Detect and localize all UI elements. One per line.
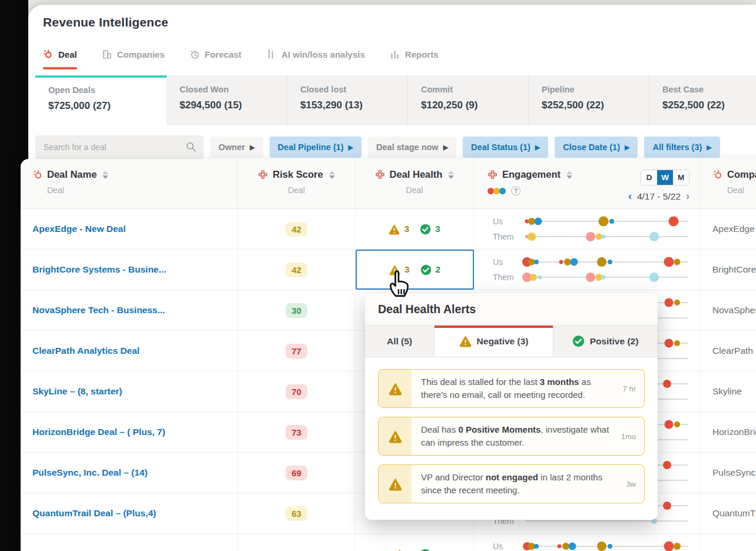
stat-value: $120,250 (9) <box>421 99 528 111</box>
tab-deal[interactable]: Deal <box>43 49 77 59</box>
filter-deal-stage[interactable]: Deal stage now▶ <box>368 137 456 158</box>
alert-card[interactable]: Deal has 0 Positive Moments, investigate… <box>378 417 645 456</box>
period-toggle: D W M <box>641 170 689 185</box>
sort-icon[interactable] <box>448 171 454 179</box>
deal-name-link[interactable]: HorizonBridge Deal – ( Plus, 7) <box>32 427 165 437</box>
risk-score-badge: 73 <box>286 425 307 440</box>
engagement-cell[interactable]: Us Them <box>474 534 701 551</box>
company-name: PulseSync <box>712 467 755 478</box>
search-icon <box>185 141 197 152</box>
column-header-engagement[interactable]: Engagement ? D W M ‹ 4/17 - <box>474 159 701 208</box>
tab-companies[interactable]: Companies <box>102 49 165 59</box>
stat-card-best-case[interactable]: Best Case $252,500 (22) <box>649 75 756 125</box>
tab-forecast[interactable]: Forecast <box>190 49 242 59</box>
sort-icon[interactable] <box>102 171 108 179</box>
tab-label: Deal <box>58 49 77 59</box>
tab-positive-alerts[interactable]: Positive (2) <box>553 326 658 357</box>
stat-label: Pipeline <box>542 85 649 94</box>
chevron-right-icon: ▶ <box>625 144 629 151</box>
check-icon <box>572 335 585 347</box>
stat-card-pipeline[interactable]: Pipeline $252,500 (22) <box>529 75 649 125</box>
period-week-button[interactable]: W <box>657 170 673 185</box>
chevron-right-icon: ▶ <box>250 144 254 151</box>
tab-negative-alerts[interactable]: Negative (3) <box>435 326 553 357</box>
stat-card-closed-lost[interactable]: Closed lost $153,290 (13) <box>287 75 408 125</box>
alert-text: This deal is stalled for the last 3 mont… <box>421 376 617 401</box>
deal-health-cell[interactable]: 3 3 <box>356 209 474 249</box>
stat-value: $252,500 (22) <box>662 99 756 111</box>
risk-score-badge: 42 <box>286 222 307 237</box>
hand-cursor-icon <box>384 266 415 301</box>
risk-score-badge: 70 <box>286 384 307 399</box>
filter-deal-status[interactable]: Deal Status (1)▶ <box>463 137 548 158</box>
deal-health-alerts-popup: Deal Health Alerts All (5) Negative (3) … <box>365 293 658 520</box>
column-header-deal-name[interactable]: Deal Name Deal <box>21 159 238 208</box>
filter-close-date[interactable]: Close Date (1)▶ <box>555 137 638 158</box>
alert-card[interactable]: This deal is stalled for the last 3 mont… <box>378 369 645 408</box>
filter-bar: Owner▶ Deal Pipeline (1)▶ Deal stage now… <box>35 135 720 159</box>
deal-name-link[interactable]: PulseSync, Inc. Deal – (14) <box>32 467 148 478</box>
popup-tabs: All (5) Negative (3) Positive (2) <box>365 326 658 357</box>
risk-score-badge: 63 <box>286 506 307 521</box>
company-name: BrightCore <box>712 264 756 275</box>
chevron-left-icon[interactable]: ‹ <box>628 190 632 203</box>
deal-name-link[interactable]: BrightCore Systems - Busine... <box>32 264 166 275</box>
tab-reports[interactable]: Reports <box>390 49 439 59</box>
risk-score-badge: 42 <box>286 263 307 277</box>
deal-health-cell[interactable]: 3 2 <box>356 250 474 290</box>
chevron-right-icon: ▶ <box>707 144 711 151</box>
company-name: NovaSphere <box>712 305 756 316</box>
column-header-deal-health[interactable]: Deal Health Deal <box>356 159 474 208</box>
stat-value: $294,500 (15) <box>180 99 287 111</box>
tab-all-alerts[interactable]: All (5) <box>365 326 435 357</box>
filter-deal-pipeline[interactable]: Deal Pipeline (1)▶ <box>270 137 362 158</box>
custom-score-icon <box>488 170 498 180</box>
stat-card-commit[interactable]: Commit $120,250 (9) <box>408 75 529 125</box>
stat-value: $153,290 (13) <box>300 99 407 111</box>
deal-name-link[interactable]: SkyLine – (8, starter) <box>32 386 122 397</box>
column-header-risk-score[interactable]: Risk Score Deal <box>238 159 356 208</box>
alert-timestamp: 1mo <box>621 432 636 441</box>
custom-score-icon <box>258 170 268 180</box>
stat-card-open-deals[interactable]: Open Deals $725,000 (27) <box>35 75 167 125</box>
deal-name-link[interactable]: QuantumTrail Deal – (Plus,4) <box>32 508 156 519</box>
deal-name-link[interactable]: ClearPath Analytics Deal <box>32 346 140 356</box>
filter-owner[interactable]: Owner▶ <box>210 137 263 158</box>
deal-health-cell[interactable] <box>356 534 474 551</box>
chevron-right-icon[interactable]: › <box>686 190 689 203</box>
stat-card-closed-won[interactable]: Closed Won $294,500 (15) <box>167 75 287 125</box>
sort-icon[interactable] <box>566 171 572 179</box>
tab-ai-winloss[interactable]: AI win/loss analysis <box>266 49 365 59</box>
company-name: HorizonBridge <box>712 427 756 437</box>
deal-name-link[interactable]: NovaSphere Tech - Business... <box>32 305 165 316</box>
company-name: QuantumTrail <box>712 508 756 519</box>
alert-timestamp: 3w <box>626 480 636 489</box>
filter-all-filters[interactable]: All filters (3)▶ <box>644 137 719 158</box>
stat-label: Closed lost <box>300 85 407 94</box>
stat-label: Commit <box>421 85 528 94</box>
table-row: ApexEdge - New Deal 42 3 3 Us Them ApexE… <box>21 209 756 250</box>
sort-icon[interactable] <box>329 171 335 179</box>
warning-icon <box>389 382 402 396</box>
main-nav: Deal Companies Forecast AI win/loss anal… <box>43 49 439 59</box>
alert-stripe <box>379 465 412 503</box>
period-day-button[interactable]: D <box>641 170 657 185</box>
alert-stripe <box>379 370 412 407</box>
alert-stripe <box>379 417 412 455</box>
table-header: Deal Name Deal Risk Score Deal Deal Heal… <box>21 159 756 209</box>
period-month-button[interactable]: M <box>673 170 689 185</box>
engagement-cell[interactable]: Us Them <box>474 250 701 290</box>
deal-name-link[interactable]: ApexEdge - New Deal <box>32 224 126 234</box>
alerts-list: This deal is stalled for the last 3 mont… <box>365 357 658 515</box>
search-input[interactable] <box>35 135 204 159</box>
help-icon[interactable]: ? <box>511 186 520 195</box>
stat-label: Closed Won <box>180 85 287 94</box>
chevron-right-icon: ▶ <box>349 144 353 151</box>
alert-card[interactable]: VP and Director not engaged in last 2 mo… <box>378 464 645 503</box>
custom-score-icon <box>375 170 385 180</box>
column-header-company[interactable]: Company Deal <box>701 159 756 208</box>
company-name: ClearPath <box>712 346 753 356</box>
warning-icon <box>389 224 400 235</box>
tab-label: Reports <box>405 49 439 59</box>
engagement-cell[interactable]: Us Them <box>474 209 701 249</box>
